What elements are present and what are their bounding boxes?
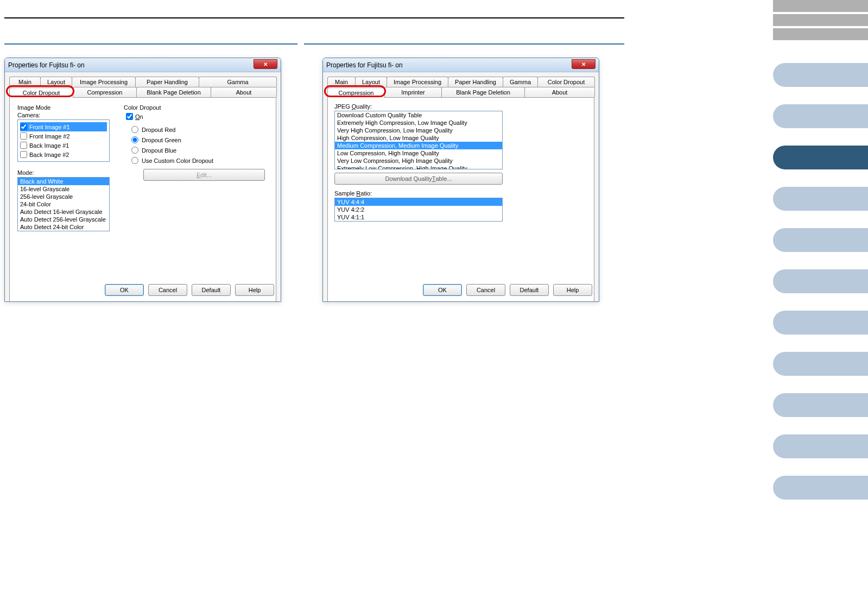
cancel-button[interactable]: Cancel — [148, 284, 187, 296]
default-button[interactable]: Default — [510, 284, 549, 296]
tab-panel: JPEG Quality: Download Custom Quality Ta… — [327, 98, 594, 302]
side-nav-item[interactable] — [773, 63, 868, 87]
tab-about[interactable]: About — [524, 87, 595, 97]
list-item[interactable]: High Compression, Low Image Quality — [335, 134, 502, 142]
checkbox[interactable] — [20, 133, 27, 140]
radio[interactable] — [131, 136, 138, 143]
tab-compression[interactable]: Compression — [327, 87, 385, 98]
camera-item-back2[interactable]: Back Image #2 — [20, 150, 107, 159]
side-nav-item[interactable] — [773, 228, 868, 252]
side-nav-item[interactable] — [773, 352, 868, 376]
radio[interactable] — [131, 157, 138, 164]
on-checkbox-row[interactable]: On — [124, 112, 265, 124]
on-label: On — [135, 113, 143, 120]
list-item[interactable]: Very High Compression, Low Image Quality — [335, 127, 502, 134]
radio-dropout-red[interactable]: Dropout Red — [124, 124, 265, 135]
tab-about[interactable]: About — [211, 87, 277, 97]
side-nav-item[interactable] — [773, 28, 868, 40]
tab-layout[interactable]: Layout — [355, 77, 387, 87]
dialog-buttons: OK Cancel Default Help — [423, 284, 592, 296]
tab-compression[interactable]: Compression — [73, 87, 137, 97]
mode-item[interactable]: 24-bit Color — [18, 200, 109, 208]
tab-blank-page-deletion[interactable]: Blank Page Deletion — [441, 87, 525, 97]
tab-color-dropout[interactable]: Color Dropout — [9, 87, 73, 98]
mode-label: Mode: — [17, 169, 110, 176]
side-nav-item[interactable] — [773, 104, 868, 128]
mode-item[interactable]: Auto Detect 24-bit Color — [18, 223, 109, 231]
list-item[interactable]: Extremely Low Compression, High Image Qu… — [335, 165, 502, 169]
tab-paper-handling[interactable]: Paper Handling — [135, 77, 199, 87]
ok-button[interactable]: OK — [105, 284, 144, 296]
mode-item[interactable]: 256-level Grayscale — [18, 193, 109, 200]
sample-ratio-list[interactable]: YUV 4:4:4 YUV 4:2:2 YUV 4:1:1 — [334, 198, 503, 222]
edit-label: Edit... — [197, 172, 212, 178]
mode-item[interactable]: Black and White — [18, 178, 109, 185]
camera-list[interactable]: Front Image #1 Front Image #2 Back Image… — [17, 119, 110, 162]
mode-item[interactable]: Auto Detect 256-level Grayscale — [18, 216, 109, 223]
edit-button[interactable]: Edit... — [143, 169, 265, 181]
list-item[interactable]: YUV 4:4:4 — [335, 198, 502, 206]
close-icon[interactable] — [572, 59, 595, 69]
tab-gamma[interactable]: Gamma — [199, 77, 277, 87]
image-mode-label: Image Mode — [17, 104, 110, 111]
list-item[interactable]: YUV 4:1:1 — [335, 213, 502, 221]
tab-color-dropout[interactable]: Color Dropout — [537, 77, 595, 87]
list-item[interactable]: Very Low Compression, High Image Quality — [335, 157, 502, 165]
cancel-button[interactable]: Cancel — [466, 284, 505, 296]
radio[interactable] — [131, 147, 138, 154]
jpeg-quality-label: JPEG Quality: — [334, 103, 587, 110]
mode-item[interactable]: 16-level Grayscale — [18, 185, 109, 193]
list-item[interactable]: Medium Compression, Medium Image Quality — [335, 142, 502, 149]
side-nav-item[interactable] — [773, 14, 868, 26]
list-item[interactable]: Download Custom Quality Table — [335, 111, 502, 119]
radio-dropout-blue[interactable]: Dropout Blue — [124, 145, 265, 155]
checkbox[interactable] — [20, 123, 27, 130]
dialog-color-dropout: Properties for Fujitsu fi- on Main Layou… — [4, 58, 281, 302]
tab-paper-handling[interactable]: Paper Handling — [448, 77, 503, 87]
mode-list[interactable]: Black and White 16-level Grayscale 256-l… — [17, 177, 110, 231]
camera-item-back1[interactable]: Back Image #1 — [20, 141, 107, 150]
side-nav-item-active[interactable] — [773, 146, 868, 169]
list-item[interactable]: YUV 4:2:2 — [335, 206, 502, 213]
tab-image-processing[interactable]: Image Processing — [387, 77, 448, 87]
tab-main[interactable]: Main — [327, 77, 356, 87]
tab-layout[interactable]: Layout — [40, 77, 72, 87]
tab-row-1: Main Layout Image Processing Paper Handl… — [327, 77, 594, 87]
download-quality-table-button[interactable]: Download Quality Table... — [334, 173, 503, 185]
tab-main[interactable]: Main — [9, 77, 41, 87]
radio-custom-dropout[interactable]: Use Custom Color Dropout — [124, 155, 265, 166]
ok-button[interactable]: OK — [423, 284, 462, 296]
help-button[interactable]: Help — [553, 284, 592, 296]
side-nav-item[interactable] — [773, 476, 868, 500]
tab-image-processing[interactable]: Image Processing — [72, 77, 136, 87]
default-button[interactable]: Default — [192, 284, 231, 296]
camera-item-front2[interactable]: Front Image #2 — [20, 131, 107, 141]
side-nav-item[interactable] — [773, 0, 868, 12]
jpeg-quality-list[interactable]: Download Custom Quality Table Extremely … — [334, 111, 503, 169]
side-nav-item[interactable] — [773, 311, 868, 335]
tab-blank-page-deletion[interactable]: Blank Page Deletion — [136, 87, 211, 97]
side-nav-item[interactable] — [773, 434, 868, 458]
side-nav-item[interactable] — [773, 269, 868, 293]
mode-item[interactable]: Auto Detect 16-level Grayscale — [18, 208, 109, 216]
radio[interactable] — [131, 126, 138, 133]
side-nav-item[interactable] — [773, 187, 868, 211]
close-icon[interactable] — [254, 59, 277, 69]
side-nav-item[interactable] — [773, 393, 868, 417]
tab-imprinter[interactable]: Imprinter — [384, 87, 442, 97]
list-item[interactable]: Extremely High Compression, Low Image Qu… — [335, 119, 502, 127]
camera-item-front1[interactable]: Front Image #1 — [20, 122, 107, 131]
help-button[interactable]: Help — [235, 284, 274, 296]
tab-gamma[interactable]: Gamma — [503, 77, 538, 87]
tab-panel: Image Mode Camera: Front Image #1 Front … — [9, 98, 276, 302]
list-item[interactable]: Low Compression, High Image Quality — [335, 149, 502, 157]
section-rule-left — [4, 43, 297, 45]
titlebar[interactable]: Properties for Fujitsu fi- on — [5, 58, 281, 72]
sample-ratio-label: Sample Ratio: — [334, 190, 587, 197]
on-checkbox[interactable] — [126, 113, 133, 120]
checkbox[interactable] — [20, 142, 27, 149]
checkbox[interactable] — [20, 151, 27, 158]
titlebar[interactable]: Properties for Fujitsu fi- on — [323, 58, 599, 72]
radio-dropout-green[interactable]: Dropout Green — [124, 135, 265, 145]
color-dropout-group-label: Color Dropout — [124, 104, 265, 111]
